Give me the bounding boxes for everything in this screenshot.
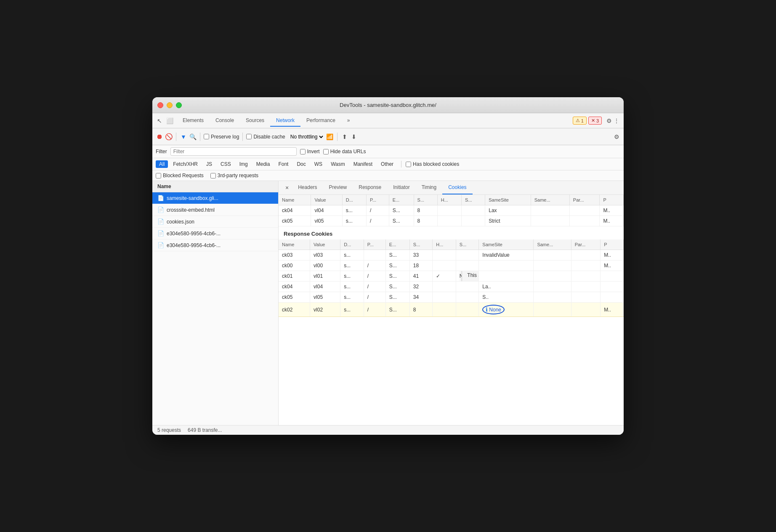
col-samesite: SameSite <box>485 195 531 205</box>
has-blocked-cookies-checkbox[interactable] <box>406 162 411 167</box>
throttle-select[interactable]: No throttling <box>289 133 324 140</box>
filter-icon[interactable]: ▼ <box>180 133 187 141</box>
detail-tab-initiator[interactable]: Initiator <box>387 181 415 194</box>
third-party-checkbox[interactable] <box>210 173 216 178</box>
detail-tab-headers[interactable]: Headers <box>292 181 323 194</box>
resp-cookie-row-1[interactable]: ck00 vl00 s... / S... 18 M.. <box>279 261 624 271</box>
req-cookie-row-0[interactable]: ck04 vl04 s... / S... 8 Lax M.. <box>279 205 624 216</box>
more-options-icon[interactable]: ⋮ <box>613 117 620 125</box>
resp-col-samepar: Same... <box>534 239 571 250</box>
maximize-button[interactable] <box>176 102 182 108</box>
filter-other[interactable]: Other <box>377 160 397 168</box>
none-circle: ℹ None <box>482 305 505 314</box>
preserve-log-text: Preserve log <box>211 134 239 140</box>
tab-sources[interactable]: Sources <box>240 115 270 127</box>
network-settings-icon[interactable]: ⚙ <box>613 133 620 141</box>
filter-all[interactable]: All <box>156 160 168 168</box>
tab-network[interactable]: Network <box>270 115 300 127</box>
close-tab-button[interactable]: × <box>282 183 292 193</box>
tab-console[interactable]: Console <box>210 115 240 127</box>
resp-cookie-row-4[interactable]: ck05 vl05 s... / S... 34 S.. <box>279 292 624 303</box>
col-domain: D... <box>342 195 366 205</box>
settings-icon[interactable]: ⚙ <box>605 117 613 125</box>
file-list-header: Name <box>152 181 278 192</box>
filter-wasm[interactable]: Wasm <box>327 160 348 168</box>
device-icon[interactable]: ⬜ <box>166 117 173 125</box>
hide-data-urls-label[interactable]: Hide data URLs <box>323 149 366 154</box>
upload-icon[interactable]: ⬆ <box>341 133 348 141</box>
resp-col-p: P <box>601 239 624 250</box>
title-bar: DevTools - samesite-sandbox.glitch.me/ <box>152 97 624 113</box>
devtools-window: DevTools - samesite-sandbox.glitch.me/ ↖… <box>152 97 624 435</box>
resp-col-value: Value <box>310 239 340 250</box>
record-icon[interactable]: ⏺ <box>156 133 163 141</box>
filter-font[interactable]: Font <box>275 160 292 168</box>
filter-ws[interactable]: WS <box>311 160 326 168</box>
col-secure: S... <box>462 195 485 205</box>
resp-col-expires: E... <box>385 239 409 250</box>
separator-2 <box>200 133 200 141</box>
response-cookies-table: Name Value D... P... E... S... H... S...… <box>279 239 624 317</box>
invert-label[interactable]: Invert <box>300 149 320 154</box>
tab-bar: ↖ ⬜ Elements Console Sources Network Per… <box>152 113 624 128</box>
filter-doc[interactable]: Doc <box>293 160 309 168</box>
resp-cookie-row-5[interactable]: ck02 vl02 s... / S... 8 ℹ None <box>279 303 624 317</box>
filter-js[interactable]: JS <box>203 160 215 168</box>
tab-elements[interactable]: Elements <box>177 115 210 127</box>
filter-media[interactable]: Media <box>253 160 274 168</box>
preserve-log-checkbox[interactable] <box>204 134 209 139</box>
tab-performance[interactable]: Performance <box>300 115 341 127</box>
col-p: P <box>600 195 624 205</box>
detail-tab-timing[interactable]: Timing <box>416 181 443 194</box>
file-list: Name 📄 samesite-sandbox.gli... 📄 crosssi… <box>152 181 279 425</box>
third-party-text: 3rd-party requests <box>218 173 258 178</box>
detail-tab-preview[interactable]: Preview <box>323 181 353 194</box>
detail-tab-cookies[interactable]: Cookies <box>442 181 472 194</box>
traffic-lights <box>157 102 182 108</box>
cursor-icon[interactable]: ↖ <box>156 117 163 125</box>
wifi-icon[interactable]: 📶 <box>326 133 334 141</box>
download-icon[interactable]: ⬇ <box>350 133 358 141</box>
filter-manifest[interactable]: Manifest <box>350 160 376 168</box>
invert-checkbox[interactable] <box>300 149 306 154</box>
resp-cookie-row-0[interactable]: ck03 vl03 s... S... 33 InvalidValue M.. <box>279 250 624 261</box>
col-path: P... <box>366 195 389 205</box>
disable-cache-label[interactable]: Disable cache <box>246 134 285 140</box>
warning-badge[interactable]: ⚠ 1 <box>573 117 587 125</box>
search-icon[interactable]: 🔍 <box>189 133 197 141</box>
separator-4 <box>337 133 338 141</box>
resp-cookie-row-2[interactable]: ck01 vl01 s... / S... 41 ✓ N This attemp… <box>279 271 624 282</box>
file-item-1[interactable]: 📄 crosssite-embed.html <box>152 204 278 216</box>
err-icon: ✕ <box>591 118 595 123</box>
block-icon[interactable]: 🚫 <box>165 133 173 141</box>
resp-cookie-row-3[interactable]: ck04 vl04 s... / S... 32 La.. <box>279 282 624 292</box>
blocked-requests-checkbox[interactable] <box>156 173 161 178</box>
detail-tab-response[interactable]: Response <box>353 181 387 194</box>
minimize-button[interactable] <box>167 102 173 108</box>
error-badge[interactable]: ✕ 3 <box>588 117 602 125</box>
window-title: DevTools - samesite-sandbox.glitch.me/ <box>340 102 436 108</box>
has-blocked-cookies-label[interactable]: Has blocked cookies <box>406 161 459 167</box>
col-size: S... <box>414 195 437 205</box>
blocked-requests-label[interactable]: Blocked Requests <box>156 173 204 178</box>
third-party-label[interactable]: 3rd-party requests <box>210 173 258 178</box>
filter-img[interactable]: Img <box>236 160 251 168</box>
resp-col-samesite: SameSite <box>479 239 534 250</box>
preserve-log-label[interactable]: Preserve log <box>204 134 239 140</box>
file-icon-2: 📄 <box>157 218 164 225</box>
filter-css[interactable]: CSS <box>217 160 234 168</box>
file-name-3: e304e580-9956-4cb6-... <box>167 231 221 237</box>
file-item-4[interactable]: 📄 e304e580-9956-4cb6-... <box>152 239 278 251</box>
close-button[interactable] <box>157 102 163 108</box>
cookie-tooltip: This attempt to set a cookie via a Set-C… <box>462 271 479 282</box>
file-item-3[interactable]: 📄 e304e580-9956-4cb6-... <box>152 228 278 239</box>
req-cookie-row-1[interactable]: ck05 vl05 s... / S... 8 Strict M.. <box>279 216 624 226</box>
file-item-2[interactable]: 📄 cookies.json <box>152 216 278 228</box>
hide-data-urls-checkbox[interactable] <box>323 149 329 154</box>
file-item-0[interactable]: 📄 samesite-sandbox.gli... <box>152 192 278 204</box>
filter-bar: Filter Invert Hide data URLs <box>152 145 624 158</box>
filter-input[interactable] <box>170 147 297 156</box>
filter-fetch-xhr[interactable]: Fetch/XHR <box>170 160 201 168</box>
disable-cache-checkbox[interactable] <box>246 134 252 139</box>
tab-more[interactable]: » <box>341 115 356 127</box>
